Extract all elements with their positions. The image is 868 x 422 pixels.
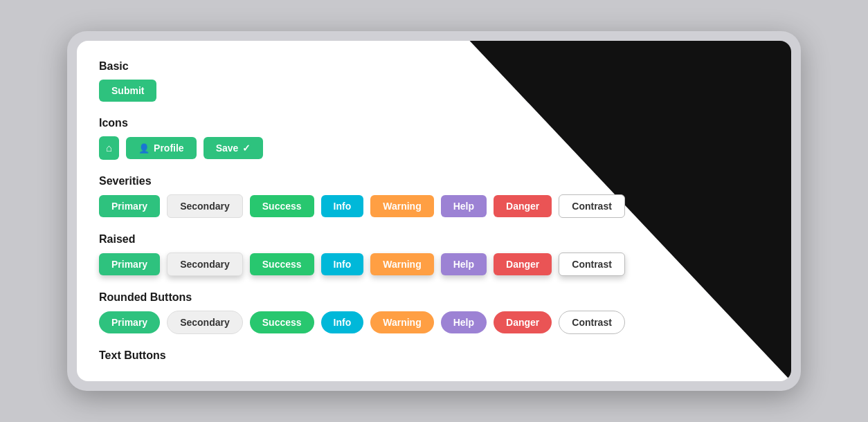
user-icon: 👤 [138,143,150,154]
success-severity-button[interactable]: Success [250,195,314,217]
secondary-severity-button[interactable]: Secondary [167,194,243,218]
severities-btn-row: Primary Secondary Success Info Warning H… [99,194,769,218]
main-content: Basic Submit Icons 👤 Profile [77,41,791,381]
contrast-raised-button[interactable]: Contrast [559,253,625,276]
home-icon-button[interactable] [99,136,119,160]
severities-section: Severities Primary Secondary Success Inf… [99,175,769,218]
basic-btn-row: Submit [99,80,769,102]
raised-btn-row: Primary Secondary Success Info Warning H… [99,253,769,276]
text-buttons-title: Text Buttons [99,349,769,362]
primary-raised-button[interactable]: Primary [99,253,160,275]
rounded-title: Rounded Buttons [99,291,769,304]
text-buttons-section: Text Buttons [99,349,769,362]
rounded-section: Rounded Buttons Primary Secondary Succes… [99,291,769,334]
basic-title: Basic [99,60,769,73]
raised-title: Raised [99,233,769,246]
screen: Basic Submit Icons 👤 Profile [77,41,791,381]
rounded-btn-row: Primary Secondary Success Info Warning H… [99,311,769,334]
raised-section: Raised Primary Secondary Success Info Wa… [99,233,769,276]
icons-title: Icons [99,117,769,129]
danger-raised-button[interactable]: Danger [494,253,552,275]
primary-severity-button[interactable]: Primary [99,195,160,217]
device-frame: Basic Submit Icons 👤 Profile [67,31,801,391]
home-icon [106,142,112,154]
help-rounded-button[interactable]: Help [441,311,487,333]
save-button[interactable]: Save ✓ [204,137,264,159]
icons-section: Icons 👤 Profile Save ✓ [99,117,769,160]
danger-rounded-button[interactable]: Danger [494,311,552,333]
basic-section: Basic Submit [99,60,769,102]
contrast-severity-button[interactable]: Contrast [559,194,625,218]
warning-rounded-button[interactable]: Warning [370,311,433,333]
warning-raised-button[interactable]: Warning [370,253,433,275]
success-rounded-button[interactable]: Success [250,311,314,333]
contrast-rounded-button[interactable]: Contrast [559,311,625,334]
info-severity-button[interactable]: Info [321,195,364,217]
help-raised-button[interactable]: Help [441,253,487,275]
info-rounded-button[interactable]: Info [321,311,364,333]
icons-btn-row: 👤 Profile Save ✓ [99,136,769,160]
secondary-rounded-button[interactable]: Secondary [167,311,243,334]
profile-button[interactable]: 👤 Profile [126,137,197,159]
severities-title: Severities [99,175,769,187]
info-raised-button[interactable]: Info [321,253,364,275]
secondary-raised-button[interactable]: Secondary [167,253,243,276]
primary-rounded-button[interactable]: Primary [99,311,160,333]
help-severity-button[interactable]: Help [441,195,487,217]
submit-button[interactable]: Submit [99,80,156,102]
danger-severity-button[interactable]: Danger [494,195,552,217]
check-icon: ✓ [242,143,251,154]
success-raised-button[interactable]: Success [250,253,314,275]
warning-severity-button[interactable]: Warning [370,195,433,217]
